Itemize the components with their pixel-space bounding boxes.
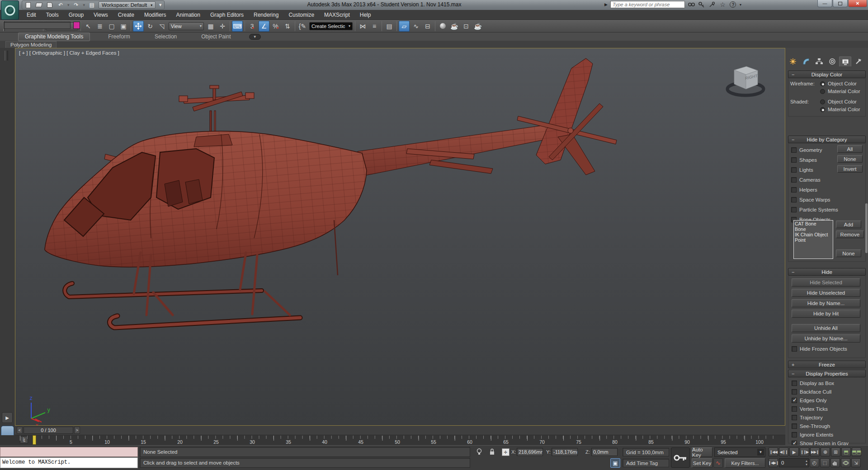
undo-icon[interactable]: ↶ xyxy=(57,1,65,9)
see-through-checkbox[interactable] xyxy=(792,423,797,429)
menu-rendering[interactable]: Rendering xyxy=(249,10,283,20)
dock-grip[interactable] xyxy=(5,51,8,61)
app-logo-button[interactable] xyxy=(1,0,19,20)
go-to-end-icon[interactable]: ▶▶❙ xyxy=(810,447,820,456)
x-coordinate-field[interactable]: 218,696mm xyxy=(517,448,543,456)
display-as-box-checkbox[interactable] xyxy=(792,381,797,386)
keyboard-shortcut-override-icon[interactable]: ⌨ xyxy=(232,21,243,32)
tab-selection[interactable]: Selection xyxy=(148,33,183,41)
hide-unselected-button[interactable]: Hide Unselected xyxy=(792,289,860,297)
lights-checkbox[interactable] xyxy=(791,167,797,173)
time-configuration-icon[interactable]: ◴ xyxy=(810,458,819,467)
zoom-extents-all-icon[interactable]: ⬒⬒ xyxy=(852,447,861,456)
track-bar[interactable]: ∿⇅ 0 5 10 15 20 25 30 35 40 45 50 55 60 … xyxy=(0,435,785,445)
align-icon[interactable]: ≡ xyxy=(369,21,380,32)
hide-all-button[interactable]: All xyxy=(837,145,863,153)
time-slider-track[interactable]: < 0 / 100 > xyxy=(15,426,785,435)
key-mode-dropdown[interactable]: Selected▼ xyxy=(714,447,765,457)
qat-overflow-icon[interactable]: ▼ xyxy=(158,3,162,7)
menu-views[interactable]: Views xyxy=(89,10,113,20)
viewport[interactable]: z y x [ + ] [ Orthographic ] [ Clay + Ed… xyxy=(15,48,785,426)
next-frame-icon[interactable]: ❙❙▶ xyxy=(800,447,809,456)
tab-modify-icon[interactable] xyxy=(800,56,812,66)
window-crossing-toggle-icon[interactable]: ▣ xyxy=(118,21,129,32)
pan-hand-icon[interactable] xyxy=(830,458,840,467)
maximize-viewport-toggle-icon[interactable]: ⇲ xyxy=(851,458,861,467)
region-zoom-icon[interactable]: ⬚ xyxy=(820,458,830,467)
hide-frozen-objects-checkbox[interactable] xyxy=(792,346,797,352)
play-icon[interactable]: ▶ xyxy=(789,447,799,456)
hide-invert-button[interactable]: Invert xyxy=(837,165,863,173)
shaded-material-color-radio[interactable] xyxy=(820,107,825,112)
hide-selected-button[interactable]: Hide Selected xyxy=(792,278,860,287)
tab-motion-icon[interactable] xyxy=(826,56,838,66)
minimize-button[interactable]: — xyxy=(817,0,832,7)
freeze-header[interactable]: +Freeze xyxy=(788,361,866,368)
edit-named-selection-sets-icon[interactable]: {✎ xyxy=(297,21,308,32)
tab-graphite-modeling-tools[interactable]: Graphite Modeling Tools xyxy=(18,33,90,41)
previous-frame-arrow[interactable]: < xyxy=(17,427,23,434)
tab-display-icon[interactable] xyxy=(839,56,851,66)
polygon-modeling-panel-label[interactable]: Polygon Modeling xyxy=(5,41,57,48)
list-none-button[interactable]: None xyxy=(836,249,861,257)
expand-panel-button[interactable]: ▶ xyxy=(2,412,13,423)
default-in-out-tangents-icon[interactable]: ∿ xyxy=(713,458,723,468)
help-dropdown-icon[interactable]: ▾ xyxy=(740,3,741,7)
hide-none-button[interactable]: None xyxy=(837,155,863,163)
z-coordinate-field[interactable]: 0,0mm xyxy=(591,448,618,456)
select-and-manipulate-icon[interactable]: ✛ xyxy=(217,21,228,32)
previous-frame-icon[interactable]: ◀❙❙ xyxy=(779,447,788,456)
save-icon[interactable] xyxy=(46,1,54,9)
bone-category-list[interactable]: CAT Bone Bone IK Chain Object Point xyxy=(793,220,833,259)
tab-hierarchy-icon[interactable] xyxy=(813,56,825,66)
current-time-marker[interactable] xyxy=(33,435,36,445)
tab-create-icon[interactable] xyxy=(787,56,799,66)
named-selection-set-dropdown[interactable]: Create Selection Se▾ xyxy=(309,22,353,30)
ribbon-toggle-icon[interactable]: ▱ xyxy=(399,21,410,32)
shapes-checkbox[interactable] xyxy=(791,157,797,163)
key-mode-toggle-icon[interactable]: ❙◀▶❙ xyxy=(769,458,778,467)
edges-only-checkbox[interactable] xyxy=(792,398,797,403)
new-file-icon[interactable] xyxy=(24,1,32,9)
material-editor-icon[interactable] xyxy=(437,21,448,32)
ignore-extents-checkbox[interactable] xyxy=(792,432,797,437)
restore-button[interactable] xyxy=(833,0,848,7)
shaded-object-color-radio[interactable] xyxy=(820,99,825,104)
y-coordinate-field[interactable]: -118,176mm xyxy=(552,448,578,456)
adaptive-degradation-icon[interactable]: ▣ xyxy=(610,458,620,468)
isolate-selection-icon[interactable] xyxy=(476,448,482,456)
render-production-icon[interactable]: ☕ xyxy=(472,21,483,32)
menu-maxscript[interactable]: MAXScript xyxy=(319,10,355,20)
maxscript-listener-pane[interactable]: Welcome to MAXScript. xyxy=(0,457,138,468)
hide-header[interactable]: −Hide xyxy=(788,268,866,276)
select-and-move-icon[interactable] xyxy=(133,21,144,32)
help-icon[interactable]: ? xyxy=(729,1,737,8)
spinner-snap-icon[interactable]: ⇅ xyxy=(282,21,293,32)
display-color-header[interactable]: −Display Color xyxy=(788,70,866,78)
unhide-all-button[interactable]: Unhide All xyxy=(792,324,860,332)
set-key-button[interactable]: Set Key xyxy=(692,458,712,468)
panel-scrollbar[interactable] xyxy=(865,203,868,253)
wireframe-object-color-radio[interactable] xyxy=(820,81,825,86)
menu-modifiers[interactable]: Modifiers xyxy=(139,10,171,20)
schematic-view-icon[interactable]: ⊟ xyxy=(422,21,433,32)
list-remove-button[interactable]: Remove xyxy=(836,230,864,238)
layer-manager-icon[interactable]: ▤ xyxy=(384,21,395,32)
menu-tools[interactable]: Tools xyxy=(41,10,64,20)
subscription-key-icon[interactable] xyxy=(698,1,706,8)
vertex-ticks-checkbox[interactable] xyxy=(792,406,797,412)
open-file-icon[interactable] xyxy=(35,1,43,9)
search-input[interactable] xyxy=(610,1,685,8)
helpers-checkbox[interactable] xyxy=(791,187,797,193)
orbit-icon[interactable] xyxy=(841,458,850,467)
select-by-name-icon[interactable]: ≣ xyxy=(94,21,105,32)
project-folder-icon[interactable]: ▤ xyxy=(88,1,96,9)
rectangular-selection-region-icon[interactable]: ▢ xyxy=(106,21,117,32)
display-properties-header[interactable]: −Display Properties xyxy=(788,370,866,377)
redo-icon[interactable]: ↷ xyxy=(72,1,80,9)
rendered-frame-window-icon[interactable]: ⊡ xyxy=(461,21,472,32)
menu-graph-editors[interactable]: Graph Editors xyxy=(205,10,249,20)
unhide-by-name-button[interactable]: Unhide by Name... xyxy=(792,334,860,343)
hide-by-category-header[interactable]: −Hide by Category xyxy=(788,136,866,143)
ribbon-minimize-button[interactable]: ▼ xyxy=(249,34,261,40)
